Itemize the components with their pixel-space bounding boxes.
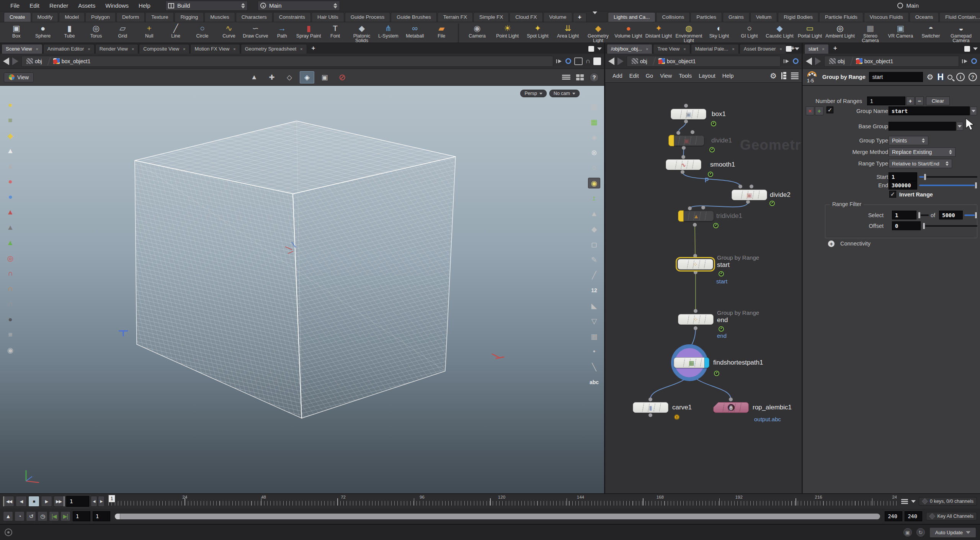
abc-display-icon[interactable]: abc (588, 377, 600, 388)
path-level-obj[interactable]: obj (629, 57, 650, 65)
layers-icon[interactable]: ≡ (4, 329, 16, 340)
tool-spot-light[interactable]: ✦ Spot Light (523, 23, 553, 43)
tool-sky-light[interactable]: ◐ Sky Light (704, 23, 734, 43)
node-label[interactable]: smooth1 (710, 161, 735, 169)
tool-torus[interactable]: ◎ Torus (83, 23, 109, 43)
tool-draw-curve[interactable]: ∽ Draw Curve (242, 23, 269, 43)
tool-platonic-solids[interactable]: ◆ Platonic Solids (348, 23, 375, 43)
close-tab-icon[interactable]: × (132, 47, 134, 51)
viewport-3d[interactable]: Persp No cam ●■◆▲▲●●▲▲▲◎∩∩∩●≡◉ ▤▦◈⊗○◉↕▲◆… (0, 86, 604, 493)
network-menu-item[interactable]: View (657, 70, 675, 82)
close-tab-icon[interactable]: × (646, 47, 648, 51)
network-menu-item[interactable]: Tools (675, 70, 695, 82)
cook-refresh-icon[interactable]: ↻ (916, 528, 925, 537)
group-name-field[interactable]: start (889, 106, 970, 115)
pane-tab[interactable]: /obj/box_obj... × (607, 44, 652, 54)
node-carve1[interactable]: ▮ (633, 402, 668, 413)
link-follow-icon[interactable] (793, 58, 799, 64)
shelf-tab[interactable]: Particle Fluids (819, 12, 863, 22)
current-frame-marker[interactable]: 1 (108, 495, 115, 502)
playbar-menu-icon[interactable] (911, 500, 916, 503)
timeline-ruler[interactable]: 124487296120144168192216240 1 (108, 495, 897, 508)
network-tools-icon[interactable]: ⚙ (770, 71, 777, 80)
combo-spinner-icon[interactable] (241, 3, 245, 8)
tool-vr-camera[interactable]: ▣ VR Camera (885, 23, 916, 43)
connectivity-label[interactable]: Connectivity (840, 241, 871, 247)
shelf-tab[interactable]: Grains (723, 12, 750, 22)
tool-box[interactable]: ▣ Box (3, 23, 29, 43)
back-button[interactable] (3, 57, 9, 65)
shelf-tab[interactable]: Muscles (204, 12, 235, 22)
node-label[interactable]: tridivide1 (716, 212, 742, 220)
tool-environment-light[interactable]: ◍ Environment Light (674, 23, 704, 43)
view-quadrant-icon[interactable]: ▦ (588, 116, 600, 127)
display-flag[interactable] (704, 357, 709, 368)
tool-portal-light[interactable]: ▭ Portal Light (795, 23, 825, 43)
tool-ambient-light[interactable]: ◎ Ambient Light (825, 23, 855, 43)
playbar-options-icon[interactable] (901, 498, 908, 505)
loop-mode-icon[interactable]: ↺ (26, 511, 36, 521)
clear-button[interactable]: Clear (926, 97, 950, 105)
tool-switcher[interactable]: ◓ Switcher (916, 23, 946, 43)
close-tab-icon[interactable]: × (183, 47, 185, 51)
nocam-badge[interactable]: No cam (549, 90, 580, 97)
menu-item[interactable]: Windows (100, 0, 134, 11)
pane-maximize-icon[interactable] (786, 46, 792, 52)
help-button[interactable]: ? (969, 73, 977, 81)
back-button[interactable] (806, 57, 812, 65)
warning-badge[interactable] (674, 414, 679, 420)
pane-tab[interactable]: Material Pale... × (691, 44, 739, 54)
node-label[interactable]: divide2 (770, 191, 791, 199)
new-tab-button[interactable]: + (308, 44, 319, 54)
shelf-tab[interactable]: Hair Utils (312, 12, 344, 22)
shelf-tab[interactable]: Fluid Contain... (939, 12, 980, 22)
network-graph[interactable]: Geometry (605, 83, 802, 493)
magnet-red-icon[interactable]: ∩ (4, 268, 16, 279)
pin-path-icon[interactable] (784, 59, 790, 64)
node-label[interactable]: rop_alembic1 (753, 404, 792, 411)
persp-badge[interactable]: Persp (520, 90, 547, 97)
tree-structure-icon[interactable] (781, 72, 786, 79)
normals-icon[interactable]: ↕ (588, 193, 600, 204)
character-green-icon[interactable]: ▲ (4, 237, 16, 248)
menu-item[interactable]: Edit (24, 0, 44, 11)
select-total-slider[interactable] (964, 214, 977, 216)
combo-spinner-icon[interactable] (333, 3, 337, 8)
pane-menu-icon[interactable] (597, 47, 602, 50)
invert-range-checkbox[interactable]: ✓ (889, 191, 896, 198)
playback-range-slider[interactable] (115, 514, 880, 519)
shelf-tab[interactable]: Constraints (273, 12, 311, 22)
shelf-tab[interactable]: Rigging (175, 12, 204, 22)
material-icon[interactable]: ◆ (4, 130, 16, 141)
pose-joint-icon[interactable]: ● (4, 176, 16, 187)
shelf-tab[interactable]: Oceans (910, 12, 939, 22)
pane-tab[interactable]: Composite View × (139, 44, 189, 54)
close-tab-icon[interactable]: × (822, 47, 824, 51)
node-label[interactable]: carve1 (672, 404, 692, 411)
shelf-overflow-icon[interactable] (587, 13, 603, 22)
offset-slider[interactable] (923, 225, 977, 227)
end-field[interactable]: 300000 (889, 181, 917, 190)
sphere-dark-icon[interactable]: ● (4, 314, 16, 325)
shelf-tab[interactable]: Cloud FX (510, 12, 542, 22)
delete-instance-button[interactable]: × (806, 106, 814, 115)
list-view-icon[interactable] (791, 72, 799, 79)
node-label[interactable]: findshortestpath1 (713, 359, 763, 367)
pane-maximize-icon[interactable] (588, 46, 594, 52)
tool-stereo-camera[interactable]: ▦ Stereo Camera (855, 23, 885, 43)
pencil-icon[interactable]: ✎ (588, 254, 600, 265)
pane-tab[interactable]: Asset Browser × (740, 44, 786, 54)
select-field[interactable]: 1 (892, 211, 916, 219)
wire-cube-icon[interactable]: ◻ (588, 239, 600, 250)
base-group-dropdown[interactable] (956, 122, 963, 131)
shelf-tab[interactable]: Simple FX (474, 12, 509, 22)
pin-display-icon[interactable]: ◆ (588, 224, 600, 234)
node-label[interactable]: divide1 (711, 137, 732, 144)
snapshot-icon[interactable]: ▣ (317, 71, 332, 83)
houdini-logo-icon[interactable]: H (937, 72, 944, 82)
pane-tab[interactable]: Tree View × (653, 44, 690, 54)
character-gray-icon[interactable]: ▲ (4, 222, 16, 233)
close-tab-icon[interactable]: × (88, 47, 90, 51)
reference-circle-icon[interactable]: ○ (588, 162, 600, 173)
range-type-combo[interactable]: Relative to Start/End (889, 159, 952, 168)
